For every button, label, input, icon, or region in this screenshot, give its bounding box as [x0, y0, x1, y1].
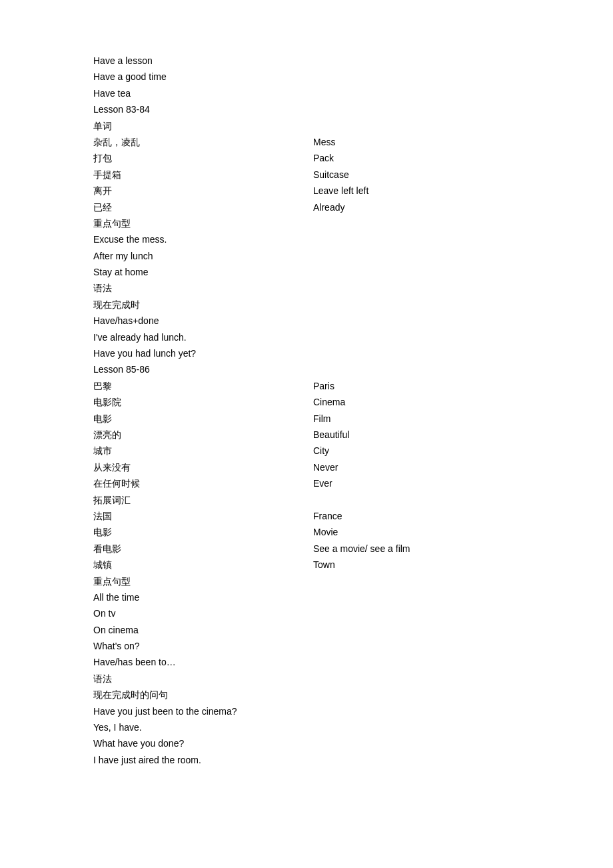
- list-item: 从来没有Never: [93, 460, 520, 475]
- list-item: After my lunch: [93, 249, 520, 263]
- left-text: Have a lesson: [93, 53, 313, 68]
- list-item: Excuse the mess.: [93, 232, 520, 247]
- left-text: Have/has been to…: [93, 655, 313, 669]
- left-text: 语法: [93, 671, 313, 686]
- list-item: 离开Leave left left: [93, 183, 520, 198]
- left-text: 漂亮的: [93, 427, 313, 442]
- left-text: 在任何时候: [93, 476, 313, 491]
- list-item: 巴黎Paris: [93, 379, 520, 393]
- list-item: Have tea: [93, 86, 520, 101]
- list-item: 现在完成时的问句: [93, 687, 520, 702]
- left-text: Lesson 83-84: [93, 102, 313, 117]
- left-text: 看电影: [93, 541, 313, 556]
- right-text: Already: [313, 200, 520, 215]
- list-item: 城镇Town: [93, 557, 520, 572]
- left-text: 离开: [93, 183, 313, 198]
- right-text: See a movie/ see a film: [313, 541, 520, 556]
- right-text: Ever: [313, 476, 520, 491]
- right-text: Movie: [313, 525, 520, 539]
- left-text: Yes, I have.: [93, 720, 313, 735]
- list-item: On cinema: [93, 623, 520, 637]
- list-item: 已经Already: [93, 200, 520, 215]
- left-text: 重点句型: [93, 216, 313, 231]
- right-text: Pack: [313, 151, 520, 165]
- right-text: France: [313, 509, 520, 523]
- list-item: 法国France: [93, 509, 520, 523]
- left-text: 城市: [93, 443, 313, 458]
- list-item: 漂亮的Beautiful: [93, 427, 520, 442]
- right-text: Never: [313, 460, 520, 475]
- list-item: Have a good time: [93, 69, 520, 84]
- main-content: Have a lessonHave a good timeHave teaLes…: [93, 53, 520, 767]
- left-text: 电影院: [93, 395, 313, 409]
- left-text: 杂乱，凌乱: [93, 135, 313, 149]
- right-text: Mess: [313, 135, 520, 149]
- list-item: Have a lesson: [93, 53, 520, 68]
- list-item: 重点句型: [93, 216, 520, 231]
- left-text: 法国: [93, 509, 313, 523]
- left-text: 电影: [93, 525, 313, 539]
- left-text: I have just aired the room.: [93, 753, 313, 767]
- list-item: 杂乱，凌乱Mess: [93, 135, 520, 149]
- list-item: Have you had lunch yet?: [93, 346, 520, 361]
- list-item: What's on?: [93, 639, 520, 653]
- list-item: 电影Movie: [93, 525, 520, 539]
- list-item: I've already had lunch.: [93, 330, 520, 345]
- list-item: Stay at home: [93, 265, 520, 279]
- left-text: On cinema: [93, 623, 313, 637]
- list-item: On tv: [93, 606, 520, 621]
- left-text: Have you just been to the cinema?: [93, 704, 313, 719]
- left-text: What's on?: [93, 639, 313, 653]
- left-text: 打包: [93, 151, 313, 165]
- left-text: 单词: [93, 119, 313, 133]
- left-text: All the time: [93, 590, 313, 605]
- right-text: Paris: [313, 379, 520, 393]
- left-text: 语法: [93, 281, 313, 295]
- left-text: On tv: [93, 606, 313, 621]
- left-text: 现在完成时: [93, 297, 313, 312]
- left-text: 从来没有: [93, 460, 313, 475]
- left-text: 手提箱: [93, 167, 313, 182]
- list-item: 语法: [93, 281, 520, 295]
- list-item: I have just aired the room.: [93, 753, 520, 767]
- list-item: All the time: [93, 590, 520, 605]
- right-text: Town: [313, 557, 520, 572]
- left-text: 巴黎: [93, 379, 313, 393]
- left-text: Excuse the mess.: [93, 232, 313, 247]
- right-text: City: [313, 443, 520, 458]
- list-item: Yes, I have.: [93, 720, 520, 735]
- left-text: After my lunch: [93, 249, 313, 263]
- list-item: 拓展词汇: [93, 493, 520, 507]
- left-text: 已经: [93, 200, 313, 215]
- left-text: 重点句型: [93, 574, 313, 589]
- list-item: 语法: [93, 671, 520, 686]
- list-item: What have you done?: [93, 736, 520, 751]
- left-text: Have/has+done: [93, 313, 313, 328]
- left-text: Lesson 85-86: [93, 362, 313, 377]
- left-text: 拓展词汇: [93, 493, 313, 507]
- left-text: Stay at home: [93, 265, 313, 279]
- left-text: 城镇: [93, 557, 313, 572]
- list-item: 重点句型: [93, 574, 520, 589]
- right-text: Leave left left: [313, 183, 520, 198]
- right-text: Film: [313, 411, 520, 426]
- left-text: 现在完成时的问句: [93, 687, 313, 702]
- right-text: Beautiful: [313, 427, 520, 442]
- list-item: Have you just been to the cinema?: [93, 704, 520, 719]
- left-text: What have you done?: [93, 736, 313, 751]
- left-text: Have you had lunch yet?: [93, 346, 313, 361]
- left-text: Have a good time: [93, 69, 313, 84]
- list-item: Lesson 83-84: [93, 102, 520, 117]
- list-item: 在任何时候Ever: [93, 476, 520, 491]
- list-item: 单词: [93, 119, 520, 133]
- list-item: 现在完成时: [93, 297, 520, 312]
- list-item: 电影院Cinema: [93, 395, 520, 409]
- list-item: Have/has+done: [93, 313, 520, 328]
- left-text: Have tea: [93, 86, 313, 101]
- list-item: Lesson 85-86: [93, 362, 520, 377]
- left-text: I've already had lunch.: [93, 330, 313, 345]
- list-item: 手提箱Suitcase: [93, 167, 520, 182]
- list-item: 电影Film: [93, 411, 520, 426]
- list-item: 打包Pack: [93, 151, 520, 165]
- right-text: Cinema: [313, 395, 520, 409]
